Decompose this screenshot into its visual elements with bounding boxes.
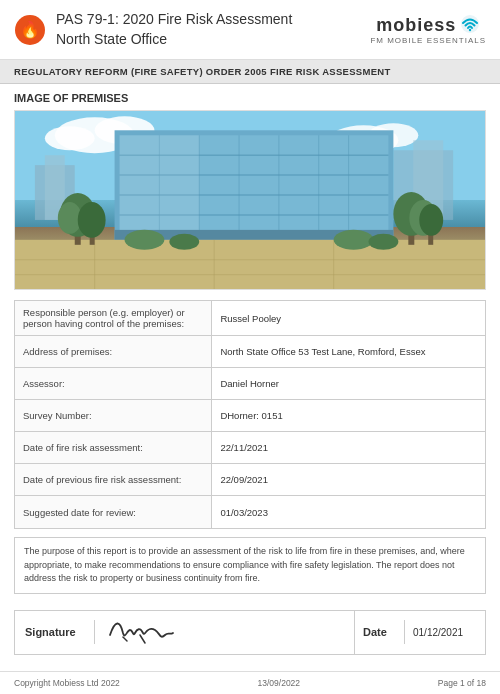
date-label: Date xyxy=(355,620,405,644)
signature-label: Signature xyxy=(15,620,95,644)
fire-icon: 🔥 xyxy=(14,14,46,46)
header-title: PAS 79-1: 2020 Fire Risk Assessment Nort… xyxy=(56,10,292,49)
info-row-2: Assessor: Daniel Horner xyxy=(15,368,485,400)
info-value-2: Daniel Horner xyxy=(212,368,485,399)
header-left: 🔥 PAS 79-1: 2020 Fire Risk Assessment No… xyxy=(14,10,292,49)
info-row-6: Suggested date for review: 01/03/2023 xyxy=(15,496,485,528)
info-row-1: Address of premises: North State Office … xyxy=(15,336,485,368)
logo-sub: FM MOBILE ESSENTIALS xyxy=(370,36,486,45)
purpose-text: The purpose of this report is to provide… xyxy=(24,546,465,583)
info-value-1: North State Office 53 Test Lane, Romford… xyxy=(212,336,485,367)
svg-rect-28 xyxy=(15,240,485,289)
svg-point-44 xyxy=(125,230,165,250)
info-label-2: Assessor: xyxy=(15,368,212,399)
svg-point-38 xyxy=(78,202,106,238)
info-label-5: Date of previous fire risk assessment: xyxy=(15,464,212,495)
svg-point-45 xyxy=(169,234,199,250)
header: 🔥 PAS 79-1: 2020 Fire Risk Assessment No… xyxy=(0,0,500,60)
purpose-box: The purpose of this report is to provide… xyxy=(14,537,486,594)
info-label-4: Date of fire risk assessment: xyxy=(15,432,212,463)
regulatory-bar: REGULATORY REFORM (FIRE SAFETY) ORDER 20… xyxy=(0,60,500,84)
info-row-3: Survey Number: DHorner: 0151 xyxy=(15,400,485,432)
svg-point-43 xyxy=(419,204,443,236)
footer-copyright: Copyright Mobiess Ltd 2022 xyxy=(14,678,120,688)
info-value-5: 22/09/2021 xyxy=(212,464,485,495)
header-title-line1: PAS 79-1: 2020 Fire Risk Assessment xyxy=(56,10,292,30)
section-title: IMAGE OF PREMISES xyxy=(0,84,500,110)
info-row-0: Responsible person (e.g. employer) or pe… xyxy=(15,301,485,336)
info-value-0: Russel Pooley xyxy=(212,301,485,335)
svg-point-7 xyxy=(45,127,95,151)
svg-point-47 xyxy=(368,234,398,250)
signature-image xyxy=(95,611,355,654)
svg-point-46 xyxy=(334,230,374,250)
footer-page: Page 1 of 18 xyxy=(438,678,486,688)
signature-svg xyxy=(105,615,185,650)
info-table: Responsible person (e.g. employer) or pe… xyxy=(14,300,486,529)
svg-point-3 xyxy=(469,29,471,31)
info-label-0: Responsible person (e.g. employer) or pe… xyxy=(15,301,212,335)
svg-text:🔥: 🔥 xyxy=(20,20,40,39)
info-value-3: DHorner: 0151 xyxy=(212,400,485,431)
header-title-line2: North State Office xyxy=(56,30,292,50)
info-value-4: 22/11/2021 xyxy=(212,432,485,463)
info-row-4: Date of fire risk assessment: 22/11/2021 xyxy=(15,432,485,464)
footer-date: 13/09/2022 xyxy=(258,678,301,688)
info-value-6: 01/03/2023 xyxy=(212,496,485,528)
info-label-6: Suggested date for review: xyxy=(15,496,212,528)
logo-text: mobiess xyxy=(376,15,456,36)
footer: Copyright Mobiess Ltd 2022 13/09/2022 Pa… xyxy=(0,671,500,694)
info-label-1: Address of premises: xyxy=(15,336,212,367)
svg-rect-26 xyxy=(120,135,200,235)
logo-wifi-icon xyxy=(460,14,480,36)
info-row-5: Date of previous fire risk assessment: 2… xyxy=(15,464,485,496)
date-value: 01/12/2021 xyxy=(405,621,485,644)
signature-row: Signature Date 01/12/2021 xyxy=(14,610,486,655)
info-label-3: Survey Number: xyxy=(15,400,212,431)
page: 🔥 PAS 79-1: 2020 Fire Risk Assessment No… xyxy=(0,0,500,694)
logo: mobiess FM MOBILE ESSENTIALS xyxy=(370,14,486,45)
premises-image xyxy=(14,110,486,290)
regulatory-text: REGULATORY REFORM (FIRE SAFETY) ORDER 20… xyxy=(14,66,391,77)
